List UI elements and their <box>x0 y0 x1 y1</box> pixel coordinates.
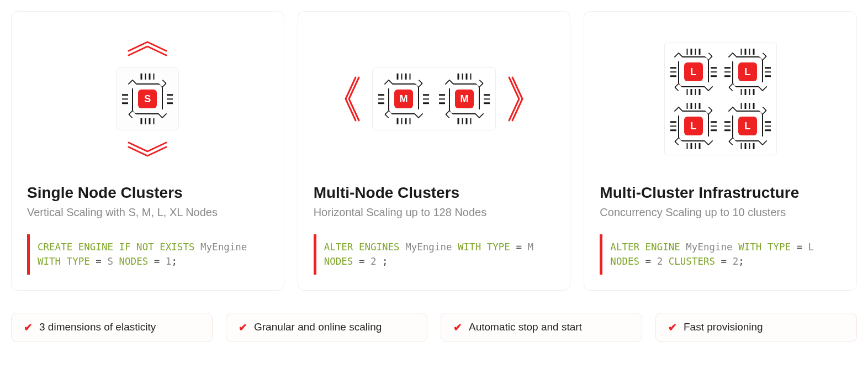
check-icon: ✔ <box>668 321 677 334</box>
cards-row: S Single Node Clusters Vertical Scaling … <box>11 11 857 291</box>
illustration-cluster-grid: L L L <box>600 27 841 171</box>
card-subtitle: Vertical Scaling with S, M, L, XL Nodes <box>27 206 268 219</box>
chip-icon: M <box>439 73 490 124</box>
feature-pill: ✔ 3 dimensions of elasticity <box>11 313 213 342</box>
code-block: ALTER ENGINE MyEngine WITH TYPE = L NODE… <box>600 234 841 275</box>
card-title: Multi-Cluster Infrastructure <box>600 184 841 202</box>
chip-label: L <box>738 117 757 135</box>
chip-icon: L <box>724 49 771 95</box>
pill-label: 3 dimensions of elasticity <box>39 321 156 333</box>
card-title: Multi-Node Clusters <box>314 184 555 202</box>
card-single-node: S Single Node Clusters Vertical Scaling … <box>11 11 284 291</box>
feature-pill: ✔ Automatic stop and start <box>441 313 642 342</box>
chevron-up-icon <box>125 40 170 57</box>
chip-icon: L <box>670 103 717 149</box>
chip-label: L <box>738 62 757 81</box>
card-multi-node: M M Multi-Node Clusters Horizontal Scali… <box>298 11 571 291</box>
chevron-left-icon <box>343 74 361 124</box>
code-block: ALTER ENGINES MyEngine WITH TYPE = M NOD… <box>314 234 555 275</box>
feature-pill: ✔ Granular and online scaling <box>226 313 427 342</box>
chip-icon: L <box>724 103 771 149</box>
chip-icon: S <box>122 73 173 124</box>
chip-icon: M <box>378 73 429 124</box>
check-icon: ✔ <box>453 321 462 334</box>
chip-label: M <box>455 90 474 108</box>
illustration-vertical-scaling: S <box>27 27 268 171</box>
card-multi-cluster: L L L <box>584 11 857 291</box>
code-block: CREATE ENGINE IF NOT EXISTS MyEngine WIT… <box>27 234 268 275</box>
pill-label: Automatic stop and start <box>469 321 582 333</box>
chevron-right-icon <box>507 74 525 124</box>
chip-label: L <box>684 117 703 135</box>
feature-pill: ✔ Fast provisioning <box>655 313 857 342</box>
card-subtitle: Concurrency Scaling up to 10 clusters <box>600 206 841 219</box>
illustration-horizontal-scaling: M M <box>314 27 555 171</box>
check-icon: ✔ <box>24 321 33 334</box>
card-title: Single Node Clusters <box>27 184 268 202</box>
chip-icon: L <box>670 49 717 95</box>
chip-label: S <box>138 90 157 108</box>
chip-label: L <box>684 62 703 81</box>
chevron-down-icon <box>125 140 170 158</box>
pill-label: Granular and online scaling <box>254 321 382 333</box>
pill-label: Fast provisioning <box>684 321 763 333</box>
feature-pills-row: ✔ 3 dimensions of elasticity ✔ Granular … <box>11 313 857 342</box>
chip-label: M <box>394 90 413 108</box>
card-subtitle: Horizontal Scaling up to 128 Nodes <box>314 206 555 219</box>
check-icon: ✔ <box>239 321 247 334</box>
